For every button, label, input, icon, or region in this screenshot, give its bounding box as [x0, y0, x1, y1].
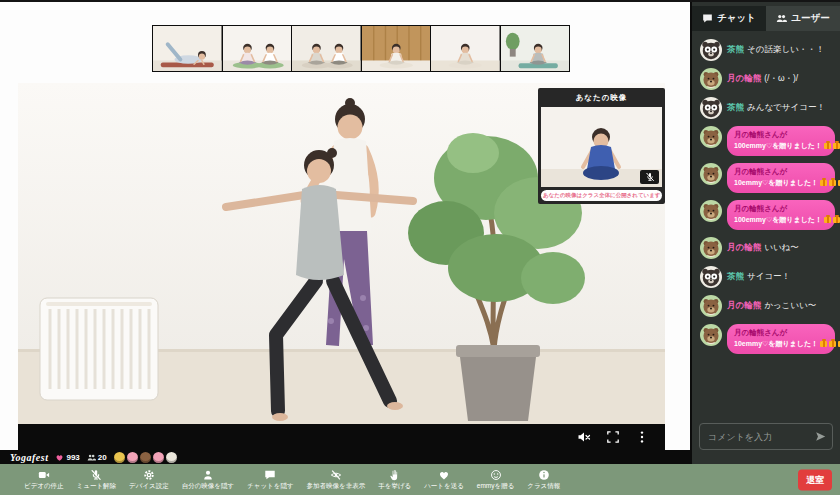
toolbar-label: チャットを隠す	[247, 482, 293, 491]
main-video-area: あなたの映像 あなたの映像はクラス全体に公開されています	[0, 0, 690, 464]
more-vertical-button[interactable]	[635, 430, 649, 444]
toolbar-label: デバイス設定	[129, 482, 169, 491]
tab-users[interactable]: ユーザー	[766, 6, 840, 31]
chat-user-name: 茶熊	[727, 271, 744, 281]
gift-bubble: 月の輪熊さんが100emmy♡を贈りました！	[727, 200, 835, 230]
gift-icon	[829, 341, 836, 347]
participant-avatar-4	[153, 452, 164, 463]
participant-video-6[interactable]	[501, 26, 570, 71]
chat-message-text: (/・ω・)/	[764, 73, 798, 83]
pip-mic-muted-indicator[interactable]	[640, 170, 659, 184]
panda-bear-avatar	[700, 266, 722, 288]
chat-user-name: 月の輪熊	[727, 300, 761, 310]
mic-off-icon	[645, 172, 655, 182]
toolbar-label: ミュート解除	[77, 482, 116, 491]
tab-chat[interactable]: チャット	[692, 6, 766, 31]
toolbar-heart-button[interactable]: ハートを送る	[424, 469, 464, 491]
yoga-live-class-app: あなたの映像 あなたの映像はクラス全体に公開されています	[0, 0, 840, 495]
gift-text: 10emmy♡を贈りました！	[734, 339, 818, 349]
chat-message-text: いいね〜	[764, 242, 799, 252]
moon-bear-avatar	[700, 200, 722, 222]
moon-bear-avatar	[700, 68, 722, 90]
speaker-off-icon	[577, 430, 591, 444]
participant-thumbnail-strip	[152, 25, 570, 72]
chat-message-line: 月の輪熊(/・ω・)/	[727, 68, 798, 84]
gift-sender-name: 月の輪熊さんが	[734, 328, 828, 338]
chat-bubble-icon	[702, 13, 713, 24]
gift-text: 100emmy♡を贈りました！	[734, 141, 822, 151]
moon-bear-avatar	[700, 324, 722, 346]
brand-logo: Yogafest	[10, 452, 48, 463]
self-video-pip[interactable]: あなたの映像 あなたの映像はクラス全体に公開されています	[538, 88, 665, 204]
toolbar-label: 自分の映像を隠す	[182, 482, 234, 491]
chat-bubble-icon	[264, 469, 276, 481]
chat-user-name: 茶熊	[727, 102, 744, 112]
chat-message-line: 月の輪熊いいね〜	[727, 237, 799, 253]
users-icon	[776, 13, 787, 24]
chat-user-name: 月の輪熊	[727, 73, 761, 83]
send-comment-button[interactable]	[815, 431, 826, 442]
chat-message: 茶熊サイコー！	[700, 266, 835, 288]
users-icon	[87, 453, 96, 462]
smiley-icon	[490, 469, 502, 481]
heart-icon	[55, 453, 64, 462]
toolbar-raised-hand-button[interactable]: 手を挙げる	[378, 469, 411, 491]
chat-user-name: 茶熊	[727, 44, 744, 54]
send-icon	[815, 431, 826, 442]
toolbar-eye-off-button[interactable]: 参加者映像を非表示	[307, 469, 366, 491]
toolbar-person-button[interactable]: 自分の映像を隠す	[182, 469, 234, 491]
gift-sender-name: 月の輪熊さんが	[734, 204, 828, 214]
chat-user-name: 月の輪熊	[727, 242, 761, 252]
participant-video-3[interactable]	[292, 26, 361, 71]
mic-off-icon	[90, 469, 102, 481]
gift-text: 100emmy♡を贈りました！	[734, 215, 822, 225]
panda-bear-avatar	[700, 39, 722, 61]
participant-video-5[interactable]	[431, 26, 500, 71]
info-icon	[538, 469, 550, 481]
toolbar-video-camera-button[interactable]: ビデオの停止	[24, 469, 64, 491]
eye-off-icon	[330, 469, 342, 481]
toolbar-mic-off-button[interactable]: ミュート解除	[77, 469, 116, 491]
chat-message: 茶熊みんなでサイコー！	[700, 97, 835, 119]
gift-message-text: 100emmy♡を贈りました！	[734, 141, 828, 151]
radiator-decor	[40, 298, 158, 400]
comment-input[interactable]	[706, 431, 811, 443]
pip-visibility-notice: あなたの映像はクラス全体に公開されています	[541, 190, 662, 201]
participant-video-4[interactable]	[362, 26, 431, 71]
chat-message-line: 茶熊みんなでサイコー！	[727, 97, 825, 113]
gift-icon	[824, 143, 831, 149]
participant-video-1[interactable]	[153, 26, 222, 71]
fullscreen-button[interactable]	[606, 430, 620, 444]
speaker-off-button[interactable]	[577, 430, 591, 444]
comment-input-row	[699, 423, 833, 450]
chat-gift-message: 月の輪熊さんが10emmy♡を贈りました！	[700, 324, 835, 354]
chat-message-line: 茶熊サイコー！	[727, 266, 790, 282]
participant-avatar-1	[114, 452, 125, 463]
chat-message-line: 茶熊その話楽しい・・！	[727, 39, 824, 55]
chat-sidebar: チャットユーザー 茶熊その話楽しい・・！月の輪熊(/・ω・)/茶熊みんなでサイコ…	[690, 0, 840, 464]
hearts-count: 993	[55, 453, 79, 462]
bottom-toolbar: ビデオの停止ミュート解除デバイス設定自分の映像を隠すチャットを隠す参加者映像を非…	[0, 464, 840, 495]
tab-users-label: ユーザー	[791, 12, 829, 25]
toolbar-info-button[interactable]: クラス情報	[527, 469, 560, 491]
gift-bubble: 月の輪熊さんが100emmy♡を贈りました！	[727, 126, 835, 156]
toolbar-label: 参加者映像を非表示	[307, 482, 366, 491]
gift-message-text: 10emmy♡を贈りました！	[734, 178, 828, 188]
gift-icon	[820, 180, 827, 186]
fullscreen-icon	[606, 430, 620, 444]
leave-room-button[interactable]: 退室	[798, 469, 832, 490]
gift-text: 10emmy♡を贈りました！	[734, 178, 818, 188]
tab-chat-label: チャット	[717, 12, 756, 25]
chat-message-text: その話楽しい・・！	[747, 44, 824, 54]
gift-message-text: 10emmy♡を贈りました！	[734, 339, 828, 349]
toolbar-gear-button[interactable]: デバイス設定	[129, 469, 169, 491]
more-vertical-icon	[635, 430, 649, 444]
moon-bear-avatar	[700, 237, 722, 259]
participant-video-2[interactable]	[223, 26, 292, 71]
toolbar-label: ビデオの停止	[24, 482, 64, 491]
toolbar-chat-bubble-button[interactable]: チャットを隠す	[247, 469, 293, 491]
moon-bear-avatar	[700, 295, 722, 317]
toolbar-smiley-button[interactable]: emmyを贈る	[477, 469, 515, 491]
chat-message: 月の輪熊いいね〜	[700, 237, 835, 259]
chat-message: 月の輪熊(/・ω・)/	[700, 68, 835, 90]
